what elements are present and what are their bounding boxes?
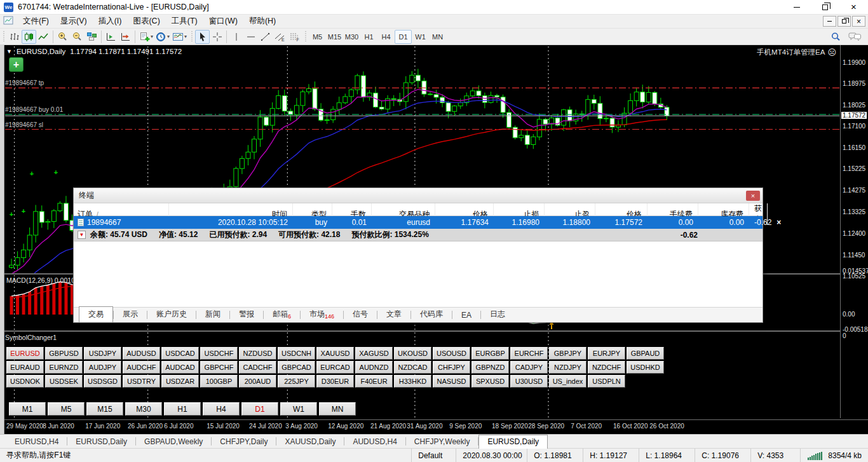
toolbar-timeframe-h1[interactable]: H1 (360, 30, 377, 44)
mdi-minimize-button[interactable] (823, 16, 836, 27)
close-position-button[interactable]: × (776, 218, 781, 227)
symbol-button-nzdcad[interactable]: NZDCAD (394, 361, 431, 374)
symbol-button-audjpy[interactable]: AUDJPY (84, 361, 121, 374)
menu-item[interactable]: 插入(I) (93, 15, 128, 28)
symbol-button-eurcad[interactable]: EURCAD (316, 361, 354, 374)
symbol-button-f40eur[interactable]: F40EUR (355, 375, 393, 388)
chart-tab-audusd-h4[interactable]: AUDUSD,H4 (344, 436, 405, 447)
open-order-row[interactable]: 198946672020.10.28 10:05:12buy0.01eurusd… (74, 216, 763, 229)
terminal-tab-2[interactable]: 账户历史 (147, 307, 196, 322)
period-button-h1[interactable]: H1 (164, 402, 201, 416)
symbol-button-euraud[interactable]: EURAUD (6, 361, 44, 374)
menu-item[interactable]: 显示(V) (55, 15, 93, 28)
equidistant-channel-button[interactable]: E (273, 30, 287, 44)
terminal-tab-8[interactable]: 文章 (377, 307, 410, 322)
toolbar-timeframe-m15[interactable]: M15 (326, 30, 343, 44)
auto-scroll-button[interactable] (118, 30, 133, 44)
symbol-button-nzdusd[interactable]: NZDUSD (239, 347, 276, 360)
line-chart-button[interactable] (36, 30, 51, 44)
symbol-button-xauusd[interactable]: XAUUSD (316, 347, 354, 360)
symbol-button-gbpnzd[interactable]: GBPNZD (471, 361, 509, 374)
periods-clock-button[interactable]: ▾ (154, 30, 171, 44)
menu-item[interactable]: 图表(C) (127, 15, 165, 28)
toolbar-grip[interactable] (2, 31, 5, 43)
macd-symbol-pane-divider[interactable] (0, 330, 868, 332)
chart-workspace[interactable]: ++++ ▼ EURUSD,Daily 1.17794 1.17871 1.17… (0, 45, 868, 434)
symbol-button-gbpcad[interactable]: GBPCAD (278, 361, 315, 374)
period-button-m1[interactable]: M1 (9, 402, 46, 416)
terminal-tab-10[interactable]: EA (452, 309, 480, 322)
symbol-button-h33hkd[interactable]: H33HKD (394, 375, 431, 388)
terminal-tab-11[interactable]: 日志 (481, 307, 514, 322)
search-button[interactable] (829, 30, 843, 44)
period-button-h4[interactable]: H4 (203, 402, 240, 416)
toolbar-grip[interactable] (190, 31, 193, 43)
terminal-tab-6[interactable]: 市场146 (301, 307, 343, 322)
symbol-button-usdtry[interactable]: USDTRY (123, 375, 160, 388)
symbol-button-nzdchf[interactable]: NZDCHF (588, 361, 625, 374)
symbol-button-ukousd[interactable]: UKOUSD (394, 347, 431, 360)
symbol-button-audnzd[interactable]: AUDNZD (355, 361, 393, 374)
date-axis[interactable]: 29 May 20208 Jun 202017 Jun 202026 Jun 2… (0, 419, 868, 434)
symbol-button-eurusd[interactable]: EURUSD (6, 347, 44, 360)
chart-tab-eurusd-daily[interactable]: EURUSD,Daily (67, 436, 135, 447)
toolbar-grip[interactable] (304, 31, 307, 43)
chat-button[interactable] (847, 30, 863, 44)
mdi-close-button[interactable]: × (852, 16, 865, 27)
menu-item[interactable]: 帮助(H) (243, 15, 281, 28)
symbol-button-usdnok[interactable]: USDNOK (6, 375, 44, 388)
chart-tab-xauusd-daily[interactable]: XAUUSD,Daily (276, 436, 344, 447)
symbol-button-audchf[interactable]: AUDCHF (123, 361, 160, 374)
chart-template-button[interactable]: ▾ (171, 30, 188, 44)
terminal-tab-9[interactable]: 代码库 (411, 307, 452, 322)
symbol-button-gbpusd[interactable]: GBPUSD (45, 347, 83, 360)
restore-button[interactable] (811, 0, 839, 14)
symbol-button-d30eur[interactable]: D30EUR (316, 375, 354, 388)
terminal-close-button[interactable]: × (746, 191, 760, 201)
period-button-m15[interactable]: M15 (86, 402, 123, 416)
menu-item[interactable]: 文件(F) (17, 15, 55, 28)
symbol-button-usdcad[interactable]: USDCAD (161, 347, 199, 360)
toolbar-timeframe-w1[interactable]: W1 (412, 30, 429, 44)
close-button[interactable]: × (839, 0, 868, 14)
menu-item[interactable]: 工具(T) (166, 15, 203, 28)
symbol-button-audcad[interactable]: AUDCAD (161, 361, 199, 374)
symbol-button-eurchf[interactable]: EURCHF (510, 347, 548, 360)
symbol-button-usdpln[interactable]: USDPLN (588, 375, 625, 388)
symbol-button-usdzar[interactable]: USDZAR (161, 375, 199, 388)
symbol-button-usdhkd[interactable]: USDHKD (627, 361, 664, 374)
symbol-button-usdsgd[interactable]: USDSGD (84, 375, 121, 388)
candlestick-chart-button[interactable] (22, 30, 36, 44)
terminal-title-bar[interactable]: 终端 × (74, 188, 763, 203)
symbol-button-eurgbp[interactable]: EURGBP (471, 347, 509, 360)
chart-tab-gbpaud-weekly[interactable]: GBPAUD,Weekly (136, 436, 211, 447)
price-axis[interactable]: 1.199001.189751.180251.175721.171001.161… (840, 45, 868, 418)
symbol-button-200aud[interactable]: 200AUD (239, 375, 276, 388)
symbol-button-nasusd[interactable]: NASUSD (433, 375, 470, 388)
toolbar-timeframe-m30[interactable]: M30 (343, 30, 360, 44)
chart-shift-button[interactable] (104, 30, 118, 44)
terminal-tab-3[interactable]: 新闻 (196, 307, 229, 322)
mdi-restore-button[interactable] (837, 16, 851, 27)
chevron-down-icon[interactable]: ▼ (6, 48, 12, 55)
symbol-button-spxusd[interactable]: SPXUSD (471, 375, 509, 388)
vertical-line-button[interactable] (229, 30, 243, 44)
period-button-m5[interactable]: M5 (48, 402, 85, 416)
tile-windows-button[interactable] (85, 30, 99, 44)
period-button-m30[interactable]: M30 (125, 402, 162, 416)
zoom-in-button[interactable] (55, 30, 70, 44)
symbol-button-chfjpy[interactable]: CHFJPY (433, 361, 470, 374)
period-button-w1[interactable]: W1 (280, 402, 317, 416)
symbol-button-usousd[interactable]: USOUSD (433, 347, 470, 360)
symbol-button-usdsek[interactable]: USDSEK (45, 375, 83, 388)
cursor-button[interactable] (195, 30, 210, 44)
zoom-out-button[interactable] (70, 30, 85, 44)
toolbar-timeframe-mn[interactable]: MN (429, 30, 446, 44)
symbol-button-xagusd[interactable]: XAGUSD (355, 347, 393, 360)
chart-tab-eurusd-daily[interactable]: EURUSD,Daily (478, 435, 548, 449)
symbol-button-eurnzd[interactable]: EURNZD (45, 361, 83, 374)
crosshair-button[interactable] (210, 30, 224, 44)
terminal-tab-5[interactable]: 邮箱6 (264, 307, 300, 322)
symbol-button-u30usd[interactable]: U30USD (510, 375, 548, 388)
period-button-d1[interactable]: D1 (241, 402, 278, 416)
